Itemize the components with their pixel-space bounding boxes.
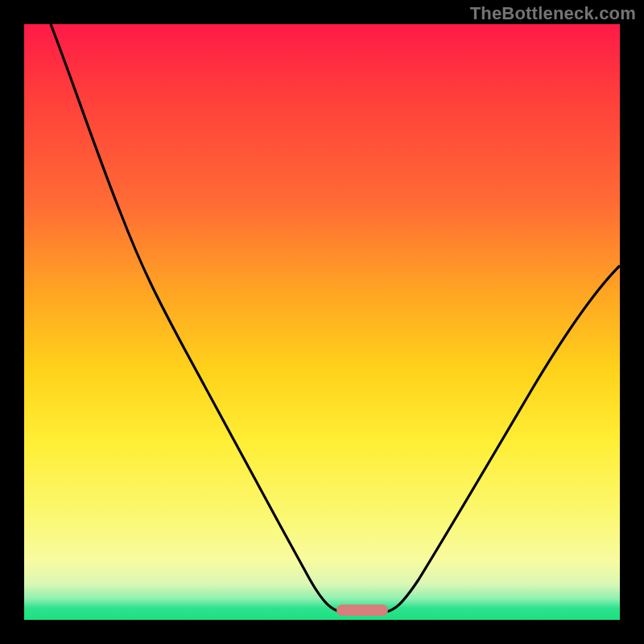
outer-frame: TheBottleneck.com (0, 0, 644, 644)
curve-left-branch (51, 24, 342, 612)
watermark-text: TheBottleneck.com (470, 3, 636, 24)
curve-right-branch (385, 266, 620, 612)
minimum-marker (336, 605, 388, 616)
bottleneck-curve (24, 24, 620, 620)
plot-area (24, 24, 620, 620)
